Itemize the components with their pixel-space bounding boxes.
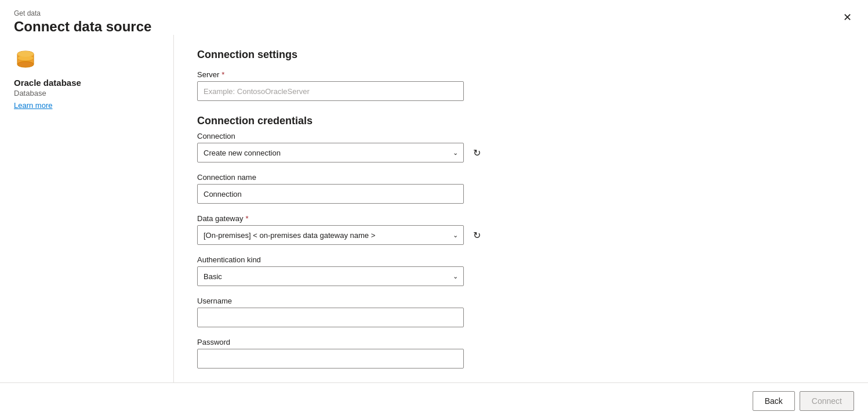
connection-settings-title: Connection settings — [197, 49, 845, 61]
dialog-subtitle: Get data — [14, 9, 854, 17]
connection-credentials-title: Connection credentials — [197, 115, 845, 127]
refresh-icon-2: ↻ — [473, 230, 481, 241]
username-field-group: Username — [197, 297, 845, 327]
data-gateway-select-wrapper: [On-premises] < on-premises data gateway… — [197, 225, 464, 245]
server-input[interactable] — [197, 81, 464, 101]
data-gateway-field-group: Data gateway* [On-premises] < on-premise… — [197, 214, 845, 245]
sidebar-db-type: Database — [14, 89, 46, 97]
sidebar-db-name: Oracle database — [14, 78, 81, 88]
connect-data-source-dialog: Get data Connect data source ✕ Oracle da… — [0, 0, 868, 419]
data-gateway-label: Data gateway* — [197, 214, 845, 223]
connection-name-label: Connection name — [197, 173, 845, 182]
dialog-body: Oracle database Database Learn more Conn… — [0, 35, 868, 382]
close-button[interactable]: ✕ — [838, 8, 856, 27]
username-label: Username — [197, 297, 845, 305]
connection-select-wrapper: Create new connection ⌄ — [197, 143, 464, 162]
auth-kind-label: Authentication kind — [197, 255, 845, 264]
server-label: Server* — [197, 70, 845, 79]
sidebar: Oracle database Database Learn more — [0, 35, 174, 382]
connection-label: Connection — [197, 132, 845, 140]
auth-kind-field-group: Authentication kind Basic ⌄ — [197, 255, 845, 286]
close-icon: ✕ — [843, 11, 852, 24]
password-input[interactable] — [197, 349, 464, 369]
data-gateway-select[interactable]: [On-premises] < on-premises data gateway… — [197, 225, 464, 245]
data-gateway-refresh-button[interactable]: ↻ — [468, 227, 485, 243]
main-content: Connection settings Server* Connection c… — [174, 35, 868, 382]
oracle-db-icon — [14, 49, 37, 72]
connection-name-field-group: Connection name — [197, 173, 845, 204]
connection-select-row: Create new connection ⌄ ↻ — [197, 143, 845, 162]
connection-refresh-button[interactable]: ↻ — [468, 145, 485, 161]
dialog-header: Get data Connect data source — [0, 0, 868, 35]
password-field-group: Password — [197, 338, 845, 369]
username-input[interactable] — [197, 308, 464, 327]
auth-kind-select[interactable]: Basic — [197, 266, 464, 286]
connect-button[interactable]: Connect — [800, 391, 854, 411]
refresh-icon: ↻ — [473, 147, 481, 158]
data-gateway-select-row: [On-premises] < on-premises data gateway… — [197, 225, 845, 245]
dialog-title: Connect data source — [14, 19, 854, 35]
back-button[interactable]: Back — [753, 391, 795, 411]
dialog-footer: Back Connect — [0, 382, 868, 419]
learn-more-link[interactable]: Learn more — [14, 101, 52, 110]
server-field-group: Server* — [197, 70, 845, 101]
connection-field-group: Connection Create new connection ⌄ ↻ — [197, 132, 845, 162]
connection-name-input[interactable] — [197, 184, 464, 204]
password-label: Password — [197, 338, 845, 346]
svg-point-7 — [17, 51, 34, 57]
connection-select[interactable]: Create new connection — [197, 143, 464, 162]
svg-point-2 — [17, 62, 34, 67]
auth-kind-select-wrapper: Basic ⌄ — [197, 266, 464, 286]
